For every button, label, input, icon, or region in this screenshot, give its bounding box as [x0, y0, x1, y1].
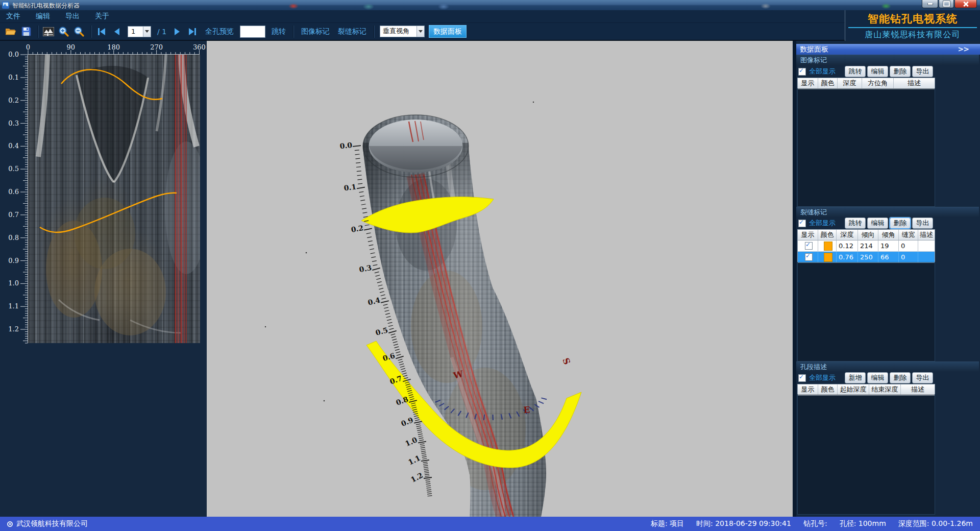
menu-export[interactable]: 导出	[65, 12, 80, 21]
borehole-3d-view[interactable]: WES 0.00.10.20.30.40.50.60.70.80.91.01.1…	[207, 41, 793, 517]
segments-button-2[interactable]: 编辑	[867, 372, 888, 383]
svg-text:0.0: 0.0	[8, 51, 19, 58]
table-header-row: 显示颜色深度倾向倾角缝宽描述	[798, 230, 935, 240]
column-header: 倾向	[858, 230, 878, 240]
last-page-button[interactable]	[186, 25, 199, 38]
brand-company: 唐山莱锐思科技有限公司	[845, 30, 980, 40]
page-total-label: / 1	[157, 28, 166, 36]
status-time: 时间: 2018-06-29 09:30:41	[696, 519, 791, 528]
borehole-unwrapped-image[interactable]	[28, 55, 200, 343]
crack-marks-controls: 全部显示 跳转编辑删除导出	[798, 217, 933, 229]
data-panel-title: 数据面板	[800, 45, 828, 53]
prev-page-button[interactable]	[110, 25, 124, 38]
crack-marks-section-title: 裂缝标记	[796, 207, 979, 217]
crack-marks-showall-checkbox[interactable]	[798, 220, 806, 227]
menu-edit[interactable]: 编辑	[36, 12, 50, 21]
row-checkbox[interactable]	[805, 242, 813, 250]
close-button[interactable]	[954, 0, 977, 8]
column-header: 结束深度	[869, 384, 901, 395]
svg-text:S: S	[560, 356, 572, 366]
menu-file[interactable]: 文件	[6, 12, 20, 21]
crack-cell	[818, 252, 837, 262]
image-marks-button-4[interactable]: 导出	[912, 66, 933, 77]
svg-text:1.0: 1.0	[8, 279, 19, 287]
combo-dropdown[interactable]	[143, 27, 151, 37]
image-marks-button-3[interactable]: 删除	[890, 66, 911, 77]
crack-marks-button-3[interactable]: 删除	[890, 218, 911, 229]
zoom-out-button[interactable]	[72, 25, 86, 38]
crack-cell	[798, 240, 818, 251]
segments-showall-checkbox[interactable]	[798, 374, 806, 382]
svg-text:0.8: 0.8	[395, 395, 409, 406]
borehole-2d-panel: 0901802703600.00.10.20.30.40.50.60.70.80…	[0, 41, 207, 517]
table-header-row: 显示颜色起始深度结束深度描述	[798, 384, 935, 395]
borehole-image-overlay	[28, 55, 200, 343]
image-adjust-button[interactable]	[42, 25, 55, 38]
image-mark-tool[interactable]: 图像标记	[301, 27, 330, 36]
color-swatch	[824, 242, 832, 251]
status-bar: 武汉领航科技有限公司 标题: 项目 时间: 2018-06-29 09:30:4…	[0, 517, 980, 531]
svg-text:0.0: 0.0	[339, 141, 353, 150]
column-header: 显示	[798, 78, 818, 88]
image-marks-section-title: 图像标记	[796, 55, 979, 65]
segments-button-3[interactable]: 删除	[890, 372, 911, 383]
crack-marks-button-4[interactable]: 导出	[912, 218, 933, 229]
collapse-panel-button[interactable]: >>	[958, 44, 969, 55]
crack-cell	[918, 252, 935, 262]
last-page-icon	[188, 28, 197, 36]
svg-text:0.3: 0.3	[358, 263, 372, 274]
menu-about[interactable]: 关于	[95, 12, 109, 21]
svg-text:180: 180	[107, 43, 120, 51]
open-folder-button[interactable]	[4, 25, 17, 38]
image-marks-table-body	[797, 88, 935, 207]
image-marks-showall-checkbox[interactable]	[798, 68, 806, 76]
toolbar: 1 / 1 全孔预览 跳转 图像标记 裂缝标记 垂直视角 数据面板	[0, 23, 980, 41]
save-icon	[21, 27, 31, 36]
save-button[interactable]	[19, 25, 33, 38]
select-dropdown[interactable]	[416, 26, 424, 37]
status-title: 标题: 项目	[651, 519, 684, 528]
jump-input[interactable]	[240, 26, 265, 38]
toolbar-separator	[38, 26, 39, 38]
data-panel-toggle[interactable]: 数据面板	[429, 25, 467, 38]
crack-cell	[918, 240, 935, 251]
crack-mark-tool[interactable]: 裂缝标记	[338, 27, 366, 36]
svg-text:0.4: 0.4	[8, 142, 19, 150]
status-depth-range: 深度范围: 0.00-1.26m	[898, 519, 973, 528]
crack-marks-showall-label[interactable]: 全部显示	[809, 219, 836, 228]
full-preview-label[interactable]: 全孔预览	[205, 27, 234, 36]
minimize-button[interactable]	[922, 0, 938, 8]
column-header: 颜色	[818, 230, 837, 240]
crack-marks-button-1[interactable]: 跳转	[845, 218, 866, 229]
zoom-in-button[interactable]	[57, 25, 70, 38]
next-page-button[interactable]	[170, 25, 184, 38]
cylinder-scene: WES 0.00.10.20.30.40.50.60.70.80.91.01.1…	[207, 41, 793, 517]
view-angle-select[interactable]: 垂直视角	[380, 26, 425, 37]
segments-button-1[interactable]: 新增	[845, 372, 866, 383]
first-page-icon	[97, 28, 106, 36]
row-checkbox[interactable]	[805, 253, 813, 261]
svg-text:0.7: 0.7	[8, 211, 19, 219]
svg-text:1.2: 1.2	[8, 325, 19, 333]
crack-row[interactable]: 0.12214190	[798, 240, 935, 252]
view-angle-value: 垂直视角	[380, 26, 416, 37]
maximize-button[interactable]	[939, 0, 954, 8]
copyright-text: 武汉领航科技有限公司	[16, 519, 88, 528]
image-marks-button-1[interactable]: 跳转	[845, 66, 866, 77]
image-marks-showall-label[interactable]: 全部显示	[809, 67, 836, 76]
close-icon	[963, 2, 968, 7]
page-number-combo[interactable]: 1	[128, 26, 151, 37]
crack-marks-button-2[interactable]: 编辑	[867, 218, 888, 229]
crack-row[interactable]: 0.76250660	[798, 252, 935, 262]
column-header: 颜色	[818, 78, 838, 88]
jump-label[interactable]: 跳转	[272, 27, 286, 36]
first-page-button[interactable]	[95, 25, 108, 38]
chevron-down-icon	[145, 30, 149, 35]
zoom-out-icon	[74, 26, 85, 37]
borehole-opening	[363, 115, 469, 177]
segments-button-4[interactable]: 导出	[912, 372, 933, 383]
image-marks-button-2[interactable]: 编辑	[867, 66, 888, 77]
segments-showall-label[interactable]: 全部显示	[809, 373, 836, 382]
column-header: 倾角	[878, 230, 899, 240]
svg-text:0.8: 0.8	[8, 234, 19, 242]
